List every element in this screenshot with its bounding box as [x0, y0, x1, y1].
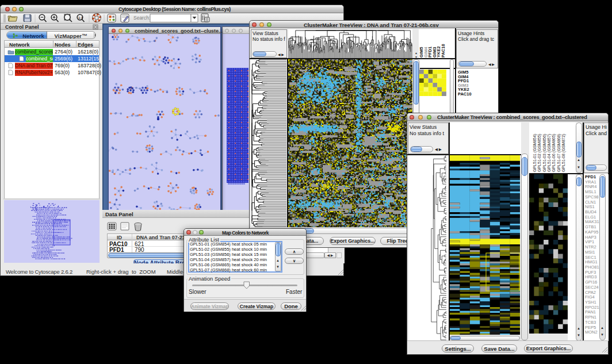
svg-text:GPL51-06 (GSM865): GPL51-06 (GSM865) — [552, 134, 556, 172]
svg-text:GPL51-02 (GSM855): GPL51-02 (GSM855) — [537, 134, 542, 172]
svg-text:Search:: Search: — [133, 15, 150, 21]
svg-text:GPL51-03 (GSM856): GPL51-03 (GSM856) — [542, 134, 547, 172]
svg-text:1:1: 1:1 — [78, 16, 83, 20]
svg-text:GPL51-01 (GSM854): GPL51-01 (GSM854) — [533, 134, 537, 172]
svg-text:GPL51-08 (GSM872): GPL51-08 (GSM872) — [561, 134, 566, 172]
svg-text:GPL51-04 (GSM857): GPL51-04 (GSM857) — [547, 134, 552, 172]
svg-text:GPL51-07 (GSM868): GPL51-07 (GSM868) — [557, 134, 561, 172]
svg-text:PAC10: PAC10 — [441, 44, 446, 58]
